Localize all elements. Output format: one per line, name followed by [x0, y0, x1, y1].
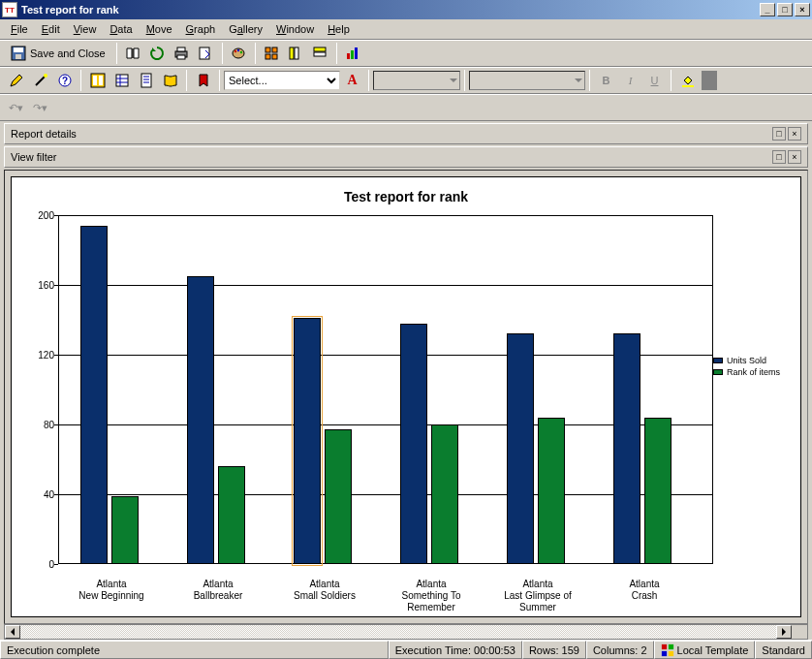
status-rows: Rows: 159 [522, 641, 586, 659]
menu-graph[interactable]: GraphGraph [179, 21, 223, 37]
panel-maximize-icon[interactable]: □ [772, 150, 786, 164]
menu-help[interactable]: HelpHelp [321, 21, 357, 37]
bar-0-5[interactable] [613, 333, 640, 564]
svg-rect-17 [295, 47, 298, 59]
style-select[interactable]: Select... [224, 71, 340, 90]
menu-window[interactable]: WindowWindow [269, 21, 321, 37]
bar-0-4[interactable] [507, 333, 534, 564]
report-icon[interactable] [135, 70, 157, 91]
datasheet-icon[interactable] [110, 70, 133, 91]
bar-1-2[interactable] [325, 429, 352, 564]
bar-1-1[interactable] [218, 466, 245, 564]
chart-container: Test report for rank 04080120160200Atlan… [4, 170, 808, 624]
menu-gallery[interactable]: GalleryGallery [222, 21, 269, 37]
svg-rect-38 [661, 643, 666, 648]
export-icon[interactable] [195, 43, 217, 64]
book-open-icon[interactable] [159, 70, 181, 91]
grid-icon[interactable] [261, 43, 283, 64]
undo-button[interactable]: ↶▾ [5, 97, 27, 118]
view-filter-panel[interactable]: View filter □ × [4, 146, 808, 168]
refresh-icon[interactable] [146, 43, 169, 64]
scroll-right-button[interactable] [776, 625, 792, 639]
svg-rect-13 [272, 47, 277, 52]
x-tick-label: AtlantaSmall Soldiers [271, 579, 378, 613]
insert-row-icon[interactable] [309, 43, 331, 64]
svg-rect-21 [351, 50, 354, 59]
color-swatch[interactable] [701, 70, 718, 91]
minimize-button[interactable]: _ [760, 3, 775, 16]
x-tick-label: AtlantaBallbreaker [165, 579, 271, 613]
menu-bar: FFileile EditEdit ViewView DataData Move… [0, 19, 812, 40]
panel-close-icon[interactable]: × [788, 150, 801, 164]
font-icon[interactable]: A [341, 70, 363, 91]
scroll-corner [792, 625, 807, 639]
scroll-left-button[interactable] [5, 625, 20, 639]
bar-1-4[interactable] [538, 418, 565, 564]
svg-rect-20 [347, 53, 350, 59]
legend-item: Units Sold [713, 356, 791, 365]
y-tick-label: 120 [21, 350, 54, 361]
redo-button[interactable]: ↷▾ [29, 97, 51, 118]
svg-rect-27 [93, 76, 97, 85]
y-tick-label: 160 [21, 280, 54, 291]
svg-rect-33 [141, 74, 151, 87]
svg-rect-40 [661, 650, 666, 655]
svg-rect-12 [265, 47, 270, 52]
svg-rect-16 [290, 47, 294, 59]
font-size-select[interactable] [469, 71, 585, 90]
toolbar-3: ↶▾ ↷▾ [0, 94, 812, 121]
menu-view[interactable]: ViewView [67, 21, 104, 37]
report-details-panel[interactable]: Report details □ × [4, 123, 808, 144]
bookmark-icon[interactable] [192, 70, 214, 91]
italic-button[interactable]: I [619, 70, 641, 91]
svg-point-23 [44, 74, 47, 78]
fill-color-icon[interactable] [676, 70, 699, 91]
help-icon[interactable]: ? [53, 70, 76, 91]
menu-move[interactable]: MoveMove [140, 21, 179, 37]
y-tick-label: 80 [21, 420, 54, 430]
bar-1-3[interactable] [431, 424, 458, 564]
svg-rect-22 [355, 47, 358, 59]
panel-maximize-icon[interactable]: □ [772, 127, 786, 141]
save-and-close-button[interactable]: Save and Close [4, 43, 112, 64]
book-icon[interactable] [122, 43, 144, 64]
scroll-track[interactable] [20, 625, 776, 639]
status-message: Execution complete [0, 641, 389, 659]
bar-0-2[interactable] [294, 318, 321, 564]
x-tick-label: AtlantaCrash [591, 579, 698, 613]
underline-button[interactable]: U [643, 70, 666, 91]
svg-text:?: ? [61, 76, 67, 86]
wizard-icon[interactable] [29, 70, 51, 91]
view-filter-label: View filter [11, 151, 770, 163]
svg-rect-6 [177, 55, 185, 59]
insert-column-icon[interactable] [285, 43, 307, 64]
layout-icon[interactable] [86, 70, 109, 91]
status-template: Local Template [654, 641, 756, 659]
menu-file[interactable]: FFileile [4, 21, 35, 37]
pencil-icon[interactable] [5, 70, 27, 91]
bar-1-5[interactable] [644, 418, 671, 564]
chart-plot-area[interactable]: 04080120160200AtlantaNew BeginningAtlant… [21, 210, 713, 569]
close-button[interactable]: × [795, 3, 810, 16]
x-tick-label: AtlantaLast Glimpse ofSummer [484, 579, 591, 613]
panel-close-icon[interactable]: × [788, 127, 801, 141]
horizontal-scrollbar[interactable] [4, 624, 808, 640]
menu-data[interactable]: DataData [103, 21, 139, 37]
maximize-button[interactable]: □ [777, 3, 793, 16]
svg-rect-14 [265, 54, 270, 59]
bar-0-1[interactable] [187, 276, 214, 564]
status-bar: Execution complete Execution Time: 00:00… [0, 640, 812, 659]
menu-edit[interactable]: EditEdit [35, 21, 67, 37]
svg-point-10 [237, 49, 239, 51]
palette-icon[interactable] [228, 43, 250, 64]
print-icon[interactable] [171, 43, 193, 64]
bar-0-3[interactable] [400, 324, 427, 564]
y-tick-label: 200 [21, 210, 54, 221]
bar-1-0[interactable] [111, 496, 139, 564]
font-family-select[interactable] [373, 71, 460, 90]
chart-bar-icon[interactable] [342, 43, 364, 64]
bar-0-0[interactable] [80, 226, 108, 564]
svg-rect-37 [682, 85, 694, 87]
bold-button[interactable]: B [595, 70, 617, 91]
app-icon: TT [2, 2, 17, 17]
